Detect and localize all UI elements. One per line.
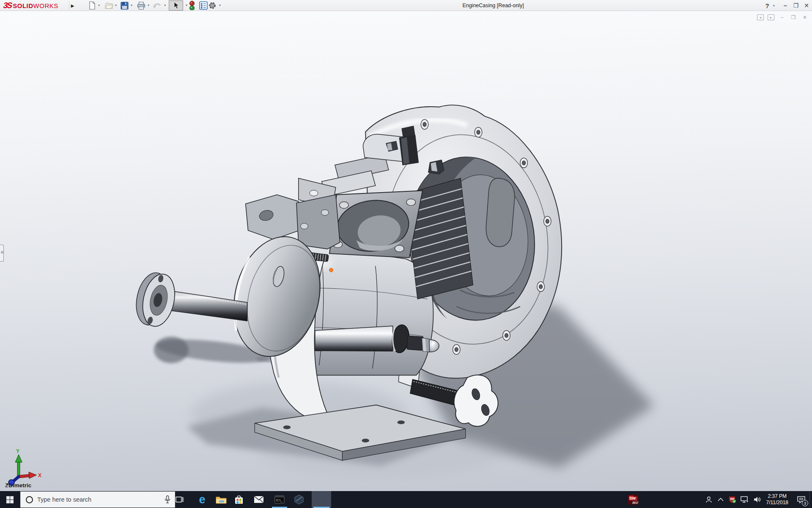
open-caret[interactable]: ▾ xyxy=(114,3,118,8)
edge-icon[interactable]: e xyxy=(193,491,211,508)
command-prompt-icon[interactable]: C:\_ xyxy=(270,491,289,508)
show-desktop-strip[interactable] xyxy=(809,491,812,508)
open-button[interactable] xyxy=(104,1,114,10)
tray-chevron-icon[interactable] xyxy=(715,491,727,508)
notification-badge: 3 xyxy=(802,500,808,506)
start-button[interactable] xyxy=(0,491,19,508)
orientation-triad: Y X Z xyxy=(3,447,44,488)
pane-left-button[interactable]: ◂ xyxy=(757,14,764,20)
taskbar-search[interactable]: Type here to search xyxy=(20,491,175,508)
volume-icon[interactable] xyxy=(751,491,764,508)
windows-taskbar: Type here to search e C:\_ xyxy=(0,491,812,508)
origin-marker[interactable] xyxy=(329,268,333,272)
solidworks-logo: 3S SOLIDWORKS xyxy=(3,0,58,11)
help-caret[interactable]: ▾ xyxy=(771,0,776,11)
view-orientation-label: *Dimetric xyxy=(6,482,31,489)
brand-text: SOLIDWORKS xyxy=(13,2,58,9)
graphics-viewport[interactable]: ◂ ▸ – ❐ ✕ Y X Z *Dimetric xyxy=(0,11,812,491)
menu-flyout-arrow[interactable]: ▶ xyxy=(69,1,76,10)
doc-minimize-button[interactable]: – xyxy=(778,14,786,21)
pane-right-button[interactable]: ▸ xyxy=(768,14,774,20)
task-view-button[interactable] xyxy=(170,491,189,508)
microphone-icon[interactable] xyxy=(165,495,170,504)
cortana-icon xyxy=(26,496,33,503)
engine-casing-model xyxy=(0,11,812,491)
minimize-button[interactable]: – xyxy=(781,0,790,11)
ds-logo-icon: 3S xyxy=(3,1,13,10)
solidworks-taskbar-slot[interactable]: SW2017 xyxy=(312,491,331,508)
save-button[interactable] xyxy=(120,1,129,10)
undo-button[interactable] xyxy=(153,1,162,10)
file-explorer-icon[interactable] xyxy=(212,491,230,508)
doc-restore-button[interactable]: ❐ xyxy=(790,14,797,21)
options-caret[interactable]: ▾ xyxy=(218,3,222,8)
print-button[interactable] xyxy=(137,1,146,10)
restore-button[interactable]: ❐ xyxy=(791,0,801,11)
solidworks-window: 3S SOLIDWORKS ▶ ▾ ▾ ▾ ▾ ▾ ▾ xyxy=(0,0,812,508)
taskbar-clock[interactable]: 2:37 PM 7/11/2018 xyxy=(766,493,789,506)
svg-text:2017: 2017 xyxy=(632,501,639,504)
system-tray: SW 2:37 PM 7/11/2018 3 xyxy=(703,491,812,508)
doc-close-button[interactable]: ✕ xyxy=(801,14,809,21)
traffic-light-icon-button[interactable] xyxy=(187,1,197,10)
options-gear-button[interactable] xyxy=(208,1,217,10)
close-button[interactable]: ✕ xyxy=(802,0,811,11)
hexagon-app-icon[interactable] xyxy=(290,491,308,508)
undo-caret[interactable]: ▾ xyxy=(163,3,167,8)
select-tool-button[interactable] xyxy=(169,0,183,11)
expand-dot xyxy=(1,251,3,254)
solidworks-app-icon[interactable]: SW2017 xyxy=(623,491,643,508)
network-icon[interactable] xyxy=(738,491,751,508)
left-axle xyxy=(132,270,247,329)
search-placeholder: Type here to search xyxy=(37,496,91,503)
window-title: EngineCasing [Read-only] xyxy=(462,0,524,11)
save-caret[interactable]: ▾ xyxy=(129,3,134,8)
svg-text:Y: Y xyxy=(16,448,19,454)
svg-text:SW: SW xyxy=(629,496,636,500)
print-caret[interactable]: ▾ xyxy=(146,3,151,8)
document-window-controls: ◂ ▸ – ❐ ✕ xyxy=(757,14,809,21)
title-bar: 3S SOLIDWORKS ▶ ▾ ▾ ▾ ▾ ▾ ▾ xyxy=(0,0,812,11)
feature-manager-collapsed-tab[interactable] xyxy=(0,245,4,262)
svg-text:X: X xyxy=(38,472,41,478)
mail-icon[interactable] xyxy=(250,491,268,508)
store-icon[interactable] xyxy=(230,491,248,508)
svg-text:C:\_: C:\_ xyxy=(276,498,283,502)
cylinder-flange xyxy=(329,190,422,257)
new-document-caret[interactable]: ▾ xyxy=(97,3,101,8)
people-icon[interactable] xyxy=(703,491,715,508)
property-list-button[interactable] xyxy=(199,1,208,10)
action-center-button[interactable]: 3 xyxy=(793,491,809,508)
help-button[interactable]: ? xyxy=(763,0,771,11)
new-document-button[interactable] xyxy=(88,1,97,10)
sw-shield-tray-icon[interactable]: SW xyxy=(727,491,738,508)
clock-date: 7/11/2018 xyxy=(766,500,789,506)
clock-time: 2:37 PM xyxy=(766,493,789,500)
